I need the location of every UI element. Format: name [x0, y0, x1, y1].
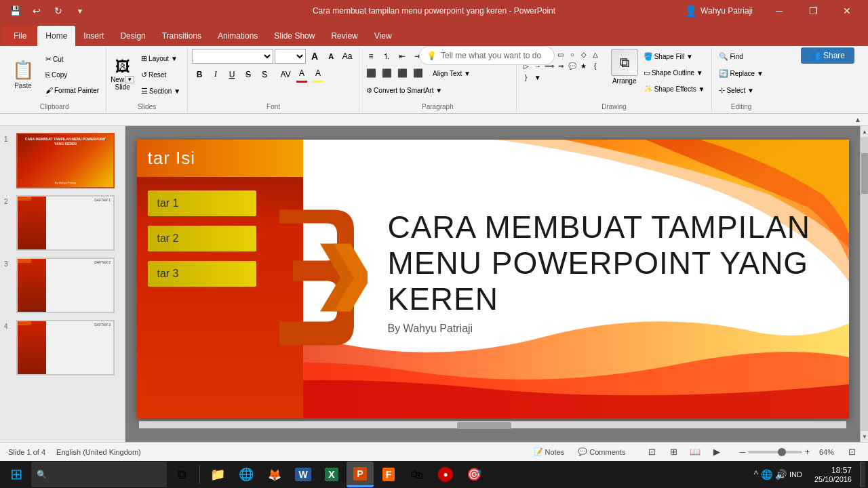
zoom-level[interactable]: 64% — [815, 447, 838, 458]
tab-insert[interactable]: Insert — [75, 26, 112, 46]
vertical-scrollbar[interactable]: ▲ ▼ — [860, 126, 868, 442]
v-scroll-thumb[interactable] — [861, 153, 868, 194]
tab-transitions[interactable]: Transitions — [154, 26, 210, 46]
chrome-button[interactable]: 🌐 — [233, 462, 260, 487]
zoom-track[interactable] — [748, 451, 802, 453]
align-center-button[interactable]: ⬛ — [379, 66, 394, 81]
shape-arrow3[interactable]: ⇒ — [555, 60, 566, 71]
strikethrough-button[interactable]: S — [241, 67, 256, 82]
slide-canvas[interactable]: tar Isi tar 1 tar 2 tar 3 — [137, 140, 849, 418]
task-view-button[interactable]: ⧉ — [168, 462, 195, 487]
slide-thumb-3[interactable]: 3 DAFTAR 2 — [3, 256, 122, 314]
file-explorer-button[interactable]: 📁 — [204, 462, 231, 487]
slide-image-1[interactable]: CARA MEMBUAT TAMPILAN MENU POWERPOINT YA… — [16, 133, 115, 188]
font-size-selector[interactable] — [275, 49, 306, 64]
layout-button[interactable]: ⊞ Layout ▼ — [138, 51, 183, 66]
redo-button[interactable]: ↻ — [49, 1, 68, 20]
tray-ime[interactable]: IND — [789, 470, 802, 479]
tab-home[interactable]: Home — [37, 26, 75, 46]
clear-formatting-button[interactable]: Aa — [340, 49, 355, 64]
align-left-button[interactable]: ⬛ — [363, 66, 378, 81]
convert-smartart-button[interactable]: ⚙ Convert to SmartArt ▼ — [363, 83, 445, 98]
shape-outline-button[interactable]: ▭ Shape Outline ▼ — [641, 65, 708, 80]
tray-up-arrow[interactable]: ^ — [753, 469, 758, 480]
highlight-color-button[interactable]: A — [311, 66, 326, 81]
minimize-button[interactable]: ─ — [764, 0, 795, 22]
tab-file[interactable]: File — [3, 26, 37, 46]
section-button[interactable]: ☰ Section ▼ — [138, 83, 183, 98]
underline-button[interactable]: U — [224, 67, 239, 82]
notes-button[interactable]: 📝 Notes — [530, 446, 569, 458]
scroll-up-arrow[interactable]: ▲ — [861, 126, 868, 137]
tray-speaker[interactable]: 🔊 — [775, 469, 787, 480]
customize-qat-button[interactable]: ▼ — [71, 1, 90, 20]
reading-view-button[interactable]: 📖 — [687, 445, 703, 460]
zoom-handle[interactable] — [778, 448, 786, 456]
shape-diamond[interactable]: ◇ — [578, 49, 589, 60]
firefox-button[interactable]: 🦊 — [261, 462, 288, 487]
collapse-ribbon-button[interactable]: ▲ — [850, 115, 865, 125]
shape-callout[interactable]: 💬 — [567, 60, 578, 71]
shape-oval[interactable]: ○ — [567, 49, 578, 60]
bullets-button[interactable]: ≡ — [363, 49, 378, 64]
word-button[interactable]: W — [290, 462, 317, 487]
search-bar[interactable]: 🔍 — [31, 462, 167, 487]
clock[interactable]: 18:57 25/10/2016 — [809, 466, 857, 483]
shadow-button[interactable]: S — [257, 67, 272, 82]
restore-button[interactable]: ❐ — [797, 0, 829, 22]
shape-more[interactable]: ▼ — [532, 72, 543, 83]
normal-view-button[interactable]: ⊡ — [644, 445, 660, 460]
align-right-button[interactable]: ⬛ — [395, 66, 410, 81]
slideshow-button[interactable]: ▶ — [709, 445, 725, 460]
slide-thumb-1[interactable]: 1 CARA MEMBUAT TAMPILAN MENU POWERPOINT … — [3, 131, 122, 190]
slide-thumb-2[interactable]: 2 DAFTAR 1 — [3, 194, 122, 252]
horizontal-scrollbar[interactable] — [139, 421, 846, 428]
char-spacing-button[interactable]: AV — [278, 67, 293, 82]
replace-button[interactable]: 🔄 Replace ▼ — [716, 66, 766, 81]
bold-button[interactable]: B — [192, 67, 207, 82]
excel-button[interactable]: X — [318, 462, 345, 487]
save-button[interactable]: 💾 — [5, 1, 24, 20]
paste-button[interactable]: 📋 Paste — [7, 57, 39, 92]
daftar-item-2[interactable]: tar 2 — [148, 226, 256, 251]
zoom-out-icon[interactable]: ─ — [739, 447, 745, 457]
undo-button[interactable]: ↩ — [27, 1, 46, 20]
comments-button[interactable]: 💬 Comments — [574, 446, 629, 458]
justify-button[interactable]: ⬛ — [410, 66, 425, 81]
font-name-selector[interactable] — [192, 49, 273, 64]
h-scroll-thumb[interactable] — [457, 422, 511, 429]
indent-less-button[interactable]: ⇤ — [395, 49, 410, 64]
fit-slide-button[interactable]: ⊡ — [844, 445, 860, 460]
share-button[interactable]: 👥 Share — [801, 47, 854, 64]
app-target-button[interactable]: 🎯 — [460, 462, 488, 487]
shape-rounded-rect[interactable]: ▭ — [555, 49, 566, 60]
daftar-item-3[interactable]: tar 3 — [148, 261, 256, 287]
reset-button[interactable]: ↺ Reset — [138, 67, 183, 82]
cut-button[interactable]: ✂ Cut — [43, 52, 102, 66]
slide-image-3[interactable]: DAFTAR 2 — [16, 258, 115, 313]
tray-network[interactable]: 🌐 — [761, 469, 772, 480]
zoom-control[interactable]: ─ + — [739, 447, 810, 457]
slide-thumb-4[interactable]: 4 DAFTAR 3 — [3, 319, 122, 377]
close-button[interactable]: ✕ — [831, 0, 863, 22]
shape-effects-button[interactable]: ✨ Shape Effects ▼ — [641, 81, 708, 96]
font-grow-button[interactable]: A — [307, 49, 322, 64]
align-text-button[interactable]: Align Text ▼ — [430, 66, 473, 81]
font-color-button[interactable]: A — [294, 66, 309, 81]
tab-design[interactable]: Design — [112, 26, 153, 46]
shape-formula2[interactable]: } — [521, 72, 532, 83]
daftar-item-1[interactable]: tar 1 — [148, 190, 256, 216]
italic-button[interactable]: I — [208, 67, 223, 82]
shape-star[interactable]: ★ — [578, 60, 589, 71]
find-button[interactable]: 🔍 Find — [716, 49, 766, 64]
tab-review[interactable]: Review — [323, 26, 366, 46]
powerpoint-button[interactable]: P — [347, 462, 374, 487]
tell-me-input[interactable]: 💡 Tell me what you want to do — [419, 46, 555, 65]
font-shrink-button[interactable]: A — [323, 49, 338, 64]
app-record-button[interactable]: ● — [432, 462, 459, 487]
slide-image-4[interactable]: DAFTAR 3 — [16, 320, 115, 375]
select-button[interactable]: ⊹ Select ▼ — [716, 83, 766, 98]
tab-animations[interactable]: Animations — [210, 26, 266, 46]
slide-sorter-button[interactable]: ⊞ — [665, 445, 682, 460]
start-button[interactable]: ⊞ — [3, 462, 30, 487]
